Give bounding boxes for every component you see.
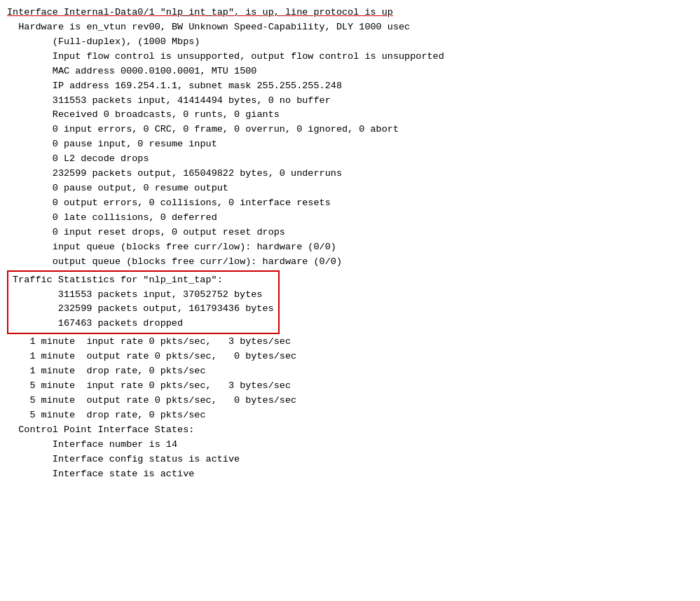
rate-5min-output: 5 minute output rate 0 pkts/sec, 0 bytes… — [7, 394, 693, 408]
traffic-stats-header: Traffic Statistics for "nlp_int_tap": — [13, 273, 274, 288]
hardware-line: Hardware is en_vtun rev00, BW Unknown Sp… — [7, 20, 693, 35]
traffic-packets-output: 232599 packets output, 161793436 bytes — [13, 302, 274, 317]
reset-drops-line: 0 input reset drops, 0 output reset drop… — [7, 226, 693, 240]
traffic-statistics-box: Traffic Statistics for "nlp_int_tap": 31… — [7, 270, 280, 335]
ip-line: IP address 169.254.1.1, subnet mask 255.… — [7, 79, 693, 94]
output-queue-line: output queue (blocks free curr/low): har… — [7, 255, 693, 270]
packets-output-line: 232599 packets output, 165049822 bytes, … — [7, 167, 693, 181]
rate-1min-input: 1 minute input rate 0 pkts/sec, 3 bytes/… — [7, 335, 693, 350]
late-collisions-line: 0 late collisions, 0 deferred — [7, 211, 693, 226]
flow-control-line: Input flow control is unsupported, outpu… — [7, 50, 693, 64]
input-errors-line: 0 input errors, 0 CRC, 0 frame, 0 overru… — [7, 123, 693, 137]
input-queue-line: input queue (blocks free curr/low): hard… — [7, 240, 693, 255]
traffic-packets-input: 311553 packets input, 37052752 bytes — [13, 288, 274, 303]
interface-title-underlined: Interface Internal-Data0/1 "nlp_int_tap"… — [7, 7, 393, 18]
terminal-output: Interface Internal-Data0/1 "nlp_int_tap"… — [7, 6, 693, 482]
rate-5min-drop: 5 minute drop rate, 0 pkts/sec — [7, 408, 693, 423]
pause-output-line: 0 pause output, 0 resume output — [7, 181, 693, 196]
rate-5min-input: 5 minute input rate 0 pkts/sec, 3 bytes/… — [7, 379, 693, 394]
interface-state-line: Interface state is active — [7, 467, 693, 482]
interface-config-line: Interface config status is active — [7, 453, 693, 467]
mac-line: MAC address 0000.0100.0001, MTU 1500 — [7, 64, 693, 79]
packets-input-line: 311553 packets input, 41414494 bytes, 0 … — [7, 94, 693, 109]
control-point-header: Control Point Interface States: — [7, 423, 693, 438]
rate-1min-drop: 1 minute drop rate, 0 pkts/sec — [7, 364, 693, 379]
l2-drops-line: 0 L2 decode drops — [7, 152, 693, 167]
rate-1min-output: 1 minute output rate 0 pkts/sec, 0 bytes… — [7, 350, 693, 364]
interface-number-line: Interface number is 14 — [7, 438, 693, 453]
output-errors-line: 0 output errors, 0 collisions, 0 interfa… — [7, 196, 693, 211]
interface-title: Interface Internal-Data0/1 "nlp_int_tap"… — [7, 6, 693, 20]
duplex-line: (Full-duplex), (1000 Mbps) — [7, 35, 693, 50]
broadcasts-line: Received 0 broadcasts, 0 runts, 0 giants — [7, 108, 693, 123]
traffic-packets-dropped: 167463 packets dropped — [13, 317, 274, 331]
pause-input-line: 0 pause input, 0 resume input — [7, 137, 693, 152]
